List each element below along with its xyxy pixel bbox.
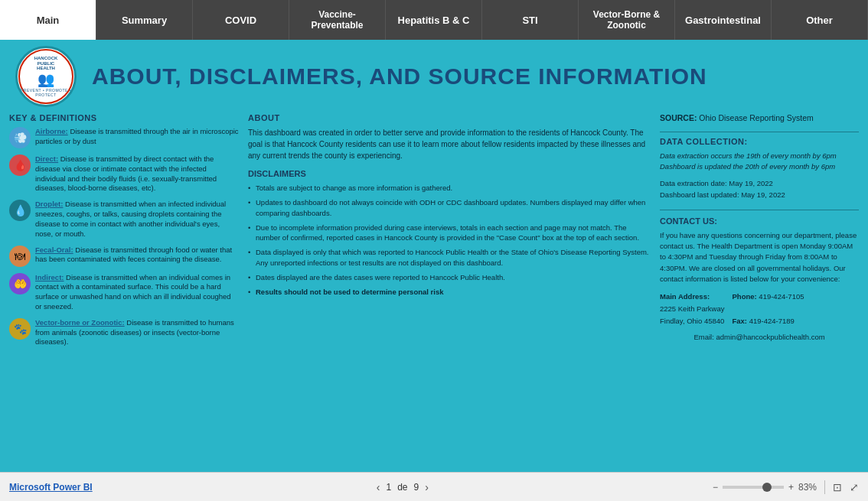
about-text: This dashboard was created in order to b… [248, 127, 651, 161]
address-label: Main Address: [660, 292, 710, 301]
bottom-right-controls: − + 83% ⊡ ⤢ [713, 480, 859, 494]
main-content-area: HANCOCKPUBLICHEALTH 👥 PREVENT • PROMOTE … [0, 40, 868, 472]
indirect-icon: 🤲 [9, 273, 31, 294]
definition-direct: 🩸 Direct: Disease is transmitted by dire… [9, 155, 239, 194]
fecal-oral-icon: 🍽 [9, 246, 31, 267]
disclaimer-5: Dates displayed are the dates cases were… [248, 272, 651, 282]
source-value: Ohio Disease Reporting System [699, 113, 813, 122]
disclaimer-4: Data displayed is only that which was re… [248, 247, 651, 268]
divider-1 [660, 132, 859, 132]
data-collection-italic1: Data extraction occurs the 19th of every… [660, 151, 859, 173]
definition-fecal-oral: 🍽 Fecal-Oral: Disease is transmitted thr… [9, 246, 239, 267]
disclaimers-heading: DISCLAIMERS [248, 169, 651, 178]
address-line1: 2225 Keith Parkway [660, 304, 725, 313]
contact-heading: CONTACT US: [660, 216, 859, 226]
zoom-control[interactable]: − + 83% [713, 482, 817, 493]
divider-vertical [824, 480, 825, 494]
tab-vector-borne[interactable]: Vector-Borne &Zoonotic [579, 0, 675, 40]
source-section: SOURCE: Ohio Disease Reporting System [660, 113, 859, 122]
middle-column: ABOUT This dashboard was created in orde… [248, 113, 651, 466]
prev-page-button[interactable]: ‹ [377, 481, 380, 493]
zoom-minus[interactable]: − [713, 482, 718, 493]
logo: HANCOCKPUBLICHEALTH 👥 PREVENT • PROMOTE … [15, 46, 77, 107]
tab-covid[interactable]: COVID [193, 0, 289, 40]
last-updated-label: Dashboard last updated: [660, 190, 739, 199]
zoom-value: 83% [798, 482, 817, 493]
extraction-date-label: Data extraction date: [660, 179, 727, 187]
direct-icon: 🩸 [9, 155, 31, 176]
data-collection-section: DATA COLLECTION: Data extraction occurs … [660, 137, 859, 200]
tab-summary[interactable]: Summary [96, 0, 193, 40]
page-total: 9 [413, 482, 419, 493]
last-updated-value: May 19, 2022 [741, 190, 785, 199]
definition-airborne: 💨 Airborne: Disease is transmitted throu… [9, 127, 239, 148]
fax-label: Fax: [733, 317, 748, 325]
droplet-icon: 💧 [9, 200, 31, 221]
powerbi-link[interactable]: Microsoft Power BI [9, 482, 93, 493]
airborne-icon: 💨 [9, 127, 31, 148]
expand-icon[interactable]: ⤢ [850, 481, 859, 493]
fax-value: 419-424-7189 [749, 317, 795, 325]
divider-2 [660, 210, 859, 210]
header-section: HANCOCKPUBLICHEALTH 👥 PREVENT • PROMOTE … [0, 40, 868, 113]
email-label: Email: [693, 333, 713, 341]
tab-main[interactable]: Main [0, 0, 96, 40]
next-page-button[interactable]: › [425, 481, 429, 493]
phone-value: 419-424-7105 [759, 292, 804, 301]
email-value: admin@hancockpublichealth.com [716, 333, 824, 341]
about-heading: ABOUT [248, 113, 651, 122]
fit-to-screen-icon[interactable]: ⊡ [833, 481, 842, 493]
page-title: ABOUT, DISCLAIMERS, AND SOURCE INFORMATI… [92, 63, 707, 89]
phone-label: Phone: [733, 292, 757, 301]
definition-indirect: 🤲 Indirect: Disease is transmitted when … [9, 273, 239, 312]
extraction-date-value: May 19, 2022 [729, 179, 773, 187]
zoom-plus[interactable]: + [788, 482, 794, 493]
disclaimer-3: Due to incomplete information provided d… [248, 223, 651, 243]
disclaimer-1: Totals are subject to change as more inf… [248, 183, 651, 193]
tab-sti[interactable]: STI [482, 0, 579, 40]
source-label: SOURCE: [660, 113, 697, 122]
page-current: 1 [386, 482, 391, 493]
tab-hepatitis[interactable]: Hepatitis B & C [386, 0, 482, 40]
definition-vector-borne: 🐾 Vector-borne or Zoonotic: Disease is t… [9, 318, 239, 347]
tab-other[interactable]: Other [772, 0, 868, 40]
tab-gastrointestinal[interactable]: Gastrointestinal [675, 0, 772, 40]
pagination: ‹ 1 de 9 › [377, 481, 429, 493]
zoom-slider[interactable] [723, 486, 784, 489]
key-definitions-heading: KEY & DEFINITIONS [9, 113, 239, 122]
disclaimer-2: Updates to dashboard do not always coinc… [248, 197, 651, 218]
data-collection-heading: DATA COLLECTION: [660, 137, 859, 146]
navigation-tabs: Main Summary COVID Vaccine-Preventable H… [0, 0, 868, 40]
vector-borne-icon: 🐾 [9, 318, 31, 340]
contact-text: If you have any questions concerning our… [660, 230, 859, 285]
zoom-thumb [762, 483, 772, 492]
tab-vaccine-preventable[interactable]: Vaccine-Preventable [289, 0, 386, 40]
disclaimer-6: Results should not be used to determine … [248, 287, 651, 297]
contact-section: CONTACT US: If you have any questions co… [660, 216, 859, 343]
right-column: SOURCE: Ohio Disease Reporting System DA… [660, 113, 859, 466]
content-columns: KEY & DEFINITIONS 💨 Airborne: Disease is… [0, 113, 868, 472]
bottom-bar: Microsoft Power BI ‹ 1 de 9 › − + 83% ⊡ … [0, 472, 868, 501]
left-column: KEY & DEFINITIONS 💨 Airborne: Disease is… [9, 113, 239, 466]
definition-droplet: 💧 Droplet: Disease is transmitted when a… [9, 200, 239, 239]
page-separator: de [397, 482, 407, 493]
address-line2: Findlay, Ohio 45840 [660, 317, 724, 325]
